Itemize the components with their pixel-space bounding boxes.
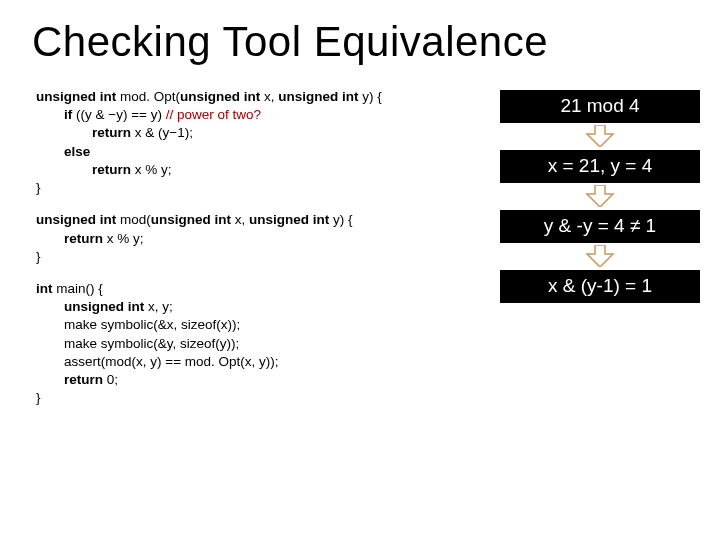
- code-column: unsigned int mod. Opt(unsigned int x, un…: [36, 88, 500, 422]
- trace-box-1: 21 mod 4: [500, 90, 700, 123]
- code-text: 0;: [107, 372, 118, 387]
- code-fn: mod. Opt(: [120, 89, 180, 104]
- trace-box-3: y & -y = 4 ≠ 1: [500, 210, 700, 243]
- code-type: unsigned int: [151, 212, 235, 227]
- code-text: assert(mod(x, y) == mod. Opt(x, y));: [36, 353, 500, 371]
- code-kw: return: [92, 125, 135, 140]
- code-main: int main() { unsigned int x, y; make sym…: [36, 280, 500, 408]
- arrow-down-icon: [500, 183, 700, 210]
- code-text: make symbolic(&y, sizeof(y));: [36, 335, 500, 353]
- code-modopt: unsigned int mod. Opt(unsigned int x, un…: [36, 88, 500, 197]
- trace-box-4: x & (y-1) = 1: [500, 270, 700, 303]
- code-text: x & (y−1);: [135, 125, 193, 140]
- code-text: }: [36, 179, 500, 197]
- code-text: }: [36, 389, 500, 407]
- code-mod: unsigned int mod(unsigned int x, unsigne…: [36, 211, 500, 266]
- arrow-down-icon: [500, 243, 700, 270]
- code-comment: // power of two?: [166, 107, 261, 122]
- code-type: unsigned int: [36, 212, 120, 227]
- code-text: x,: [235, 212, 249, 227]
- code-type: unsigned int: [36, 89, 120, 104]
- code-type: unsigned int: [64, 299, 148, 314]
- trace-box-2: x = 21, y = 4: [500, 150, 700, 183]
- code-type: unsigned int: [249, 212, 333, 227]
- code-text: y) {: [362, 89, 382, 104]
- code-text: main() {: [56, 281, 103, 296]
- trace-column: 21 mod 4 x = 21, y = 4 y & -y = 4 ≠ 1 x …: [500, 88, 700, 422]
- code-text: x % y;: [107, 231, 144, 246]
- code-kw: return: [64, 231, 107, 246]
- code-kw: return: [92, 162, 135, 177]
- code-text: y) {: [333, 212, 353, 227]
- arrow-down-icon: [500, 123, 700, 150]
- code-kw: if: [64, 107, 76, 122]
- code-type: unsigned int: [278, 89, 362, 104]
- code-text: make symbolic(&x, sizeof(x));: [36, 316, 500, 334]
- code-type: int: [36, 281, 56, 296]
- code-kw: else: [64, 144, 90, 159]
- code-kw: return: [64, 372, 107, 387]
- code-type: unsigned int: [180, 89, 264, 104]
- code-fn: mod(: [120, 212, 151, 227]
- code-text: x % y;: [135, 162, 172, 177]
- code-text: x, y;: [148, 299, 173, 314]
- code-text: x,: [264, 89, 278, 104]
- code-text: ((y & −y) == y): [76, 107, 166, 122]
- slide-content: unsigned int mod. Opt(unsigned int x, un…: [0, 66, 720, 422]
- slide-title: Checking Tool Equivalence: [0, 0, 720, 66]
- code-text: }: [36, 248, 500, 266]
